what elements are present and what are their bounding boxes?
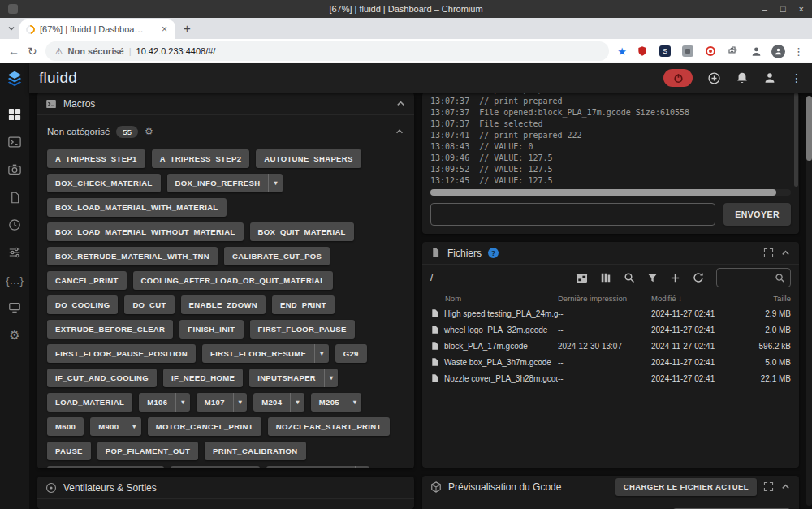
minimize-button[interactable]: – [762,4,767,14]
files-search-input[interactable] [716,268,791,287]
notifications-bell-icon[interactable] [736,71,749,84]
category-settings-gear-icon[interactable]: ⚙ [145,126,153,137]
new-tab-button[interactable]: + [184,22,191,34]
file-row[interactable]: wheel logo_PLA_32m.gcode--2024-11-27 02:… [422,321,799,338]
macro-button[interactable]: BOX_RETRUDE_MATERIAL_WITH_TNN [47,247,218,265]
macro-button[interactable]: ENABLE_ZDOWN [181,295,266,314]
macro-button[interactable]: M205▾ [311,393,362,412]
sidebar-item-system[interactable] [0,294,29,321]
macro-button[interactable]: END_PRINT [272,295,335,314]
sidebar-item-configure[interactable]: {…} [0,266,29,294]
column-header[interactable]: Modifié ↓ [651,294,741,303]
macro-button[interactable]: A_TRIPRESS_STEP2 [152,149,250,168]
refresh-icon[interactable] [693,272,704,283]
emergency-stop-button[interactable] [663,69,693,87]
macro-button[interactable]: PAUSE [47,442,91,460]
file-row[interactable]: Nozzle cover_PLA_3h28m.gcode--2024-11-27… [422,370,799,386]
macro-button[interactable]: PRINT_TEMP_SET▾ [266,466,369,468]
macro-button[interactable]: FIRST_FLOOR_PAUSE_POSITION [47,344,196,363]
current-path[interactable]: / [430,272,433,283]
view-columns-icon[interactable] [600,272,611,283]
macro-button[interactable]: DO_COOLING [47,295,118,314]
macro-button[interactable]: NOZCLEAR_START_PRINT [268,417,390,436]
plus-circle-icon[interactable] [707,71,721,85]
maximize-button[interactable]: □ [780,4,786,14]
collapse-chevron-icon[interactable] [780,481,791,492]
load-current-file-button[interactable]: CHARGER LE FICHIER ACTUEL [615,478,757,496]
sidebar-item-camera[interactable] [0,156,29,183]
macro-button[interactable]: IF_CUT_AND_COOLING [47,369,157,387]
filter-funnel-icon[interactable] [647,273,658,283]
chevron-down-icon[interactable]: ▾ [314,344,328,363]
macro-button[interactable]: BOX_INFO_REFRESH▾ [167,174,283,192]
extensions-puzzle-icon[interactable] [726,44,741,58]
macro-button[interactable]: CALIBRATE_CUT_POS [224,247,330,265]
column-header[interactable]: Dernière impression [558,294,651,303]
expand-icon[interactable] [763,481,774,492]
macro-button[interactable]: MOTOR_CANCEL_PRINT [148,417,261,436]
help-icon[interactable]: ? [488,248,499,258]
macro-button[interactable]: COOLING_AFTER_LOAD_OR_QUIT_MATERIAL [133,271,334,290]
category-chevron-icon[interactable] [395,127,404,136]
macro-category-row[interactable]: Non catégorisé 55 ⚙ [47,122,404,141]
chevron-down-icon[interactable]: ▾ [268,174,282,192]
chevron-down-icon[interactable]: ▾ [290,393,304,412]
chevron-down-icon[interactable]: ▾ [127,417,140,436]
sidebar-item-dashboard[interactable] [0,101,29,128]
file-row[interactable]: High speed testing_PLA_24m.gcode--2024-1… [422,305,799,321]
macro-button[interactable]: BOX_LOAD_MATERIAL_WITH_MATERIAL [47,198,227,217]
sidebar-item-jobs[interactable] [0,183,29,211]
console-input[interactable] [430,203,715,226]
console-horizontal-scrollbar[interactable] [430,189,791,196]
chevron-down-icon[interactable]: ▾ [355,466,369,468]
app-title[interactable]: fluidd [39,69,77,87]
extension-s-icon[interactable]: S [658,44,672,58]
macro-button[interactable]: PRINT_CALIBRATION [205,442,305,460]
fluidd-logo[interactable] [6,70,24,88]
collapse-chevron-icon[interactable] [395,98,406,109]
avatar[interactable] [771,45,785,58]
page-scrollbar[interactable] [806,96,812,506]
scrollbar-thumb[interactable] [430,189,776,196]
bookmark-star-icon[interactable]: ★ [617,45,627,58]
macro-button[interactable]: DO_CUT [124,295,174,314]
macro-button[interactable]: LOAD_MATERIAL [47,393,132,412]
macro-button[interactable]: PRINT_PREPARE_CLEAR [47,466,164,468]
macro-button[interactable]: FINISH_INIT [179,320,243,339]
address-bar[interactable]: ⚠ Non sécurisé | 10.42.0.233:4408/#/ [45,41,610,61]
record-icon[interactable] [703,44,718,58]
file-row[interactable]: block_PLA_17m.gcode2024-12-30 13:072024-… [422,338,799,354]
reload-icon[interactable]: ↻ [28,45,37,57]
browser-menu-kebab-icon[interactable]: ⋮ [793,45,804,58]
column-header[interactable]: Taille [741,294,791,303]
macro-button[interactable]: FIRST_FLOOR_RESUME▾ [202,344,329,363]
adblock-shield-icon[interactable] [635,44,650,58]
tab-close-icon[interactable]: × [160,24,169,35]
back-icon[interactable]: ← [8,45,19,57]
macro-button[interactable]: G29 [335,344,367,363]
sidebar-item-tune[interactable] [0,239,29,266]
macro-button[interactable]: BOX_CHECK_MATERIAL [47,174,161,192]
macro-button[interactable]: EXTRUDE_BEFORE_CLEAR [47,320,173,339]
macro-button[interactable]: CANCEL_PRINT [47,271,127,290]
tab-search-icon[interactable] [6,24,16,33]
macro-button[interactable]: M204▾ [253,393,304,412]
collapse-chevron-icon[interactable] [780,248,791,258]
search-icon[interactable] [624,272,635,283]
macro-button[interactable]: BOX_QUIT_MATERIAL [250,222,354,241]
extension-icon[interactable] [680,44,695,58]
macro-button[interactable]: BOX_LOAD_MATERIAL_WITHOUT_MATERIAL [47,222,244,241]
macro-button[interactable]: M106▾ [139,393,190,412]
macro-button[interactable]: M900▾ [90,417,141,436]
chevron-down-icon[interactable]: ▾ [233,393,247,412]
sidebar-item-settings[interactable]: ⚙ [0,321,29,349]
browser-tab[interactable]: [67%] | fluidd | Dashboa… × [19,19,175,39]
scrollbar-thumb[interactable] [806,96,812,161]
profile-person-icon[interactable] [749,44,763,58]
macro-button[interactable]: POP_FILAMENT_OUT [97,442,198,460]
add-icon[interactable] [670,273,680,283]
macro-button[interactable]: A_TRIPRESS_STEP1 [47,149,145,168]
chevron-down-icon[interactable]: ▾ [324,369,338,387]
app-menu-kebab-icon[interactable]: ⋮ [791,71,802,84]
column-header[interactable]: Nom [430,294,558,303]
